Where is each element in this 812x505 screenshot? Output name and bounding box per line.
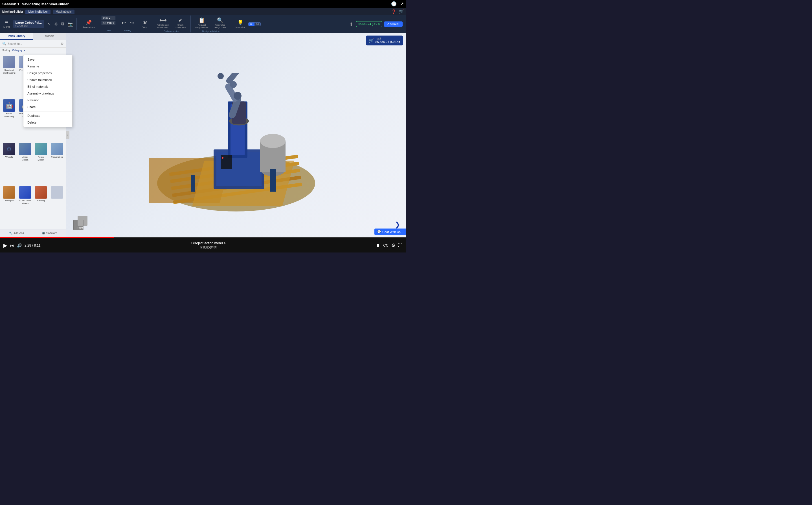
search-icon: 🔍 <box>2 42 6 46</box>
toolbar-section-units: mm ▾ 45 mm ▾ Units <box>99 15 117 32</box>
list-item[interactable]: RotaryMotion <box>34 142 48 184</box>
volume-button[interactable]: 🔊 <box>17 243 22 248</box>
video-controls-row: ▶ ⏭ 🔊 2:28 / 8:11 • Project action menu … <box>0 238 406 252</box>
svg-point-21 <box>230 81 237 88</box>
video-time: 2:28 / 8:11 <box>24 243 41 247</box>
check-connections-button[interactable]: ✔ Checkconnections <box>172 17 188 29</box>
part-icon-robot-mounting: 🤖 <box>3 99 15 112</box>
sidebar-search-bar: 🔍 ⚙ <box>0 40 66 48</box>
toolbar-right-section: ⬆ $5,686.24 (USD) ↗ SHARE <box>348 21 405 28</box>
share-icon-btn: ↗ <box>387 23 389 26</box>
menu-item-share[interactable]: Share <box>23 104 72 110</box>
app-topbar-right: ❓ 🛒 <box>391 9 404 14</box>
svg-point-22 <box>217 73 224 79</box>
captions-btn[interactable]: CC <box>383 243 388 247</box>
filter-icon[interactable]: ⚙ <box>61 42 64 46</box>
share-icon[interactable]: ↗ <box>400 1 404 6</box>
list-item[interactable]: 🤖 RobotMounting <box>2 98 17 141</box>
video-top-icons: 🕐 ↗ <box>391 1 404 6</box>
cart-total-button[interactable]: $5,686.24 (USD) <box>356 21 382 27</box>
fullscreen-btn[interactable]: ⛶ <box>398 243 402 248</box>
cart-icon-viewport: 🛒 <box>368 38 374 43</box>
menu-item-save[interactable]: Save <box>23 56 72 63</box>
menu-item-delete[interactable]: Delete <box>23 119 72 126</box>
list-item[interactable]: Structuraland Framing <box>2 55 17 97</box>
list-item[interactable]: Conveyors <box>2 185 17 227</box>
part-icon-control <box>19 186 31 199</box>
export-icon[interactable]: ⬆ <box>348 21 354 28</box>
app-topbar: MachineBuilder MachineBuilder MachinLogi… <box>0 8 406 15</box>
view-button[interactable]: 👁 View <box>140 19 150 29</box>
help-icon[interactable]: ❓ <box>391 9 396 14</box>
part-icon-wheels: ⚙ <box>3 143 15 155</box>
instructor-toggle[interactable]: On Off <box>248 22 261 26</box>
menu-item-update-thumbnail[interactable]: Update thumbnail <box>23 76 72 83</box>
sidebar-tabs: Parts Library Models <box>0 33 66 40</box>
annotations-button[interactable]: 📌 Annotations <box>80 19 97 29</box>
pause-btn[interactable]: ⏸ <box>376 243 380 248</box>
list-item[interactable]: ⚙ Wheels <box>2 142 17 184</box>
design-review-button[interactable]: 📋 Requestdesign review <box>193 17 210 29</box>
settings-btn[interactable]: ⚙ <box>391 242 395 248</box>
menu-item-revision[interactable]: Revision <box>23 97 72 104</box>
search-input[interactable] <box>8 42 59 45</box>
menu-item-assembly-drawings[interactable]: Assembly drawings <box>23 90 72 97</box>
menu-item-rename[interactable]: Rename <box>23 63 72 70</box>
menu-button[interactable]: ☰ Menu <box>1 19 12 29</box>
list-item[interactable]: Cabling <box>34 185 48 227</box>
video-progress-bar[interactable] <box>0 237 406 238</box>
scene-svg <box>149 73 324 220</box>
svg-point-14 <box>260 134 286 148</box>
tab-machinelogic[interactable]: MachinLogic <box>53 10 74 14</box>
automated-check-button[interactable]: 🔍 Automateddesign check <box>212 17 228 29</box>
tab-models[interactable]: Models <box>33 33 66 40</box>
clock-icon[interactable]: 🕐 <box>391 1 397 6</box>
share-button[interactable]: ↗ SHARE <box>384 21 402 27</box>
units-bottom-dropdown[interactable]: 45 mm ▾ <box>102 21 115 25</box>
cart-icon-top[interactable]: 🛒 <box>399 9 404 14</box>
undo-button[interactable]: ↩ <box>120 19 127 27</box>
sortby-chevron[interactable]: ▾ <box>24 49 25 52</box>
cursor-icon[interactable]: ↖ <box>46 21 52 28</box>
camera-icon[interactable]: 📷 <box>66 21 75 28</box>
menu-item-duplicate[interactable]: Duplicate <box>23 112 72 119</box>
part-icon-pneumatics <box>51 143 63 155</box>
main-content: Parts Library Models 🔍 ⚙ Sort by: Catego… <box>0 33 406 237</box>
context-menu: Save Rename Design properties Update thu… <box>23 55 72 127</box>
scroll-indicator[interactable]: ❯ <box>395 221 400 228</box>
design-review-icon: 📋 <box>199 17 205 23</box>
list-item[interactable]: ... <box>50 185 64 227</box>
video-title: Session 1: Navigating MachineBuilder <box>2 2 69 6</box>
tab-machinebuilder[interactable]: MachineBuilder <box>25 10 50 14</box>
addons-tab[interactable]: 🔧 Add-ons <box>0 229 33 237</box>
software-tab[interactable]: 💻 Software <box>33 229 66 237</box>
chat-button[interactable]: 💬 Chat With Us... <box>374 228 406 235</box>
menu-item-design-properties[interactable]: Design properties <box>23 70 72 76</box>
svg-point-20 <box>233 92 241 100</box>
app-logo: MachineBuilder <box>2 10 23 13</box>
video-progress-fill <box>0 237 114 238</box>
toolbar-section-annotations: 📌 Annotations <box>78 15 99 32</box>
tab-parts-library[interactable]: Parts Library <box>0 33 33 40</box>
svg-rect-27 <box>191 175 195 192</box>
redo-button[interactable]: ↪ <box>128 19 135 27</box>
menu-item-bill-of-materials[interactable]: Bill of materials <box>23 83 72 90</box>
point-to-point-button[interactable]: ⟷ Point to pointconnections <box>155 17 172 29</box>
viewport[interactable]: 🛒 Total $5,686.24 (USD)▾ <box>66 33 406 237</box>
list-item[interactable]: Control andMotors <box>18 185 33 227</box>
project-button[interactable]: Large Cobot Pal... PZ-CB-1SI <box>13 20 44 28</box>
video-title-bar: Session 1: Navigating MachineBuilder 🕐 ↗ <box>0 0 406 8</box>
navigation-cube[interactable]: Right <box>72 214 89 231</box>
units-top-dropdown[interactable]: mm ▾ <box>102 16 115 20</box>
list-item[interactable]: Pneumatics <box>50 142 64 184</box>
cart-indicator[interactable]: 🛒 Total $5,686.24 (USD)▾ <box>366 35 403 45</box>
play-button[interactable]: ▶ <box>3 242 7 248</box>
duplicate-icon[interactable]: ⧉ <box>60 21 66 28</box>
svg-text:Right: Right <box>77 226 83 229</box>
sidebar-collapse-button[interactable]: ‹ <box>66 131 69 139</box>
separator-1 <box>76 18 77 30</box>
list-item[interactable]: LinearMotion <box>18 142 33 184</box>
instructor-button[interactable]: 💡 Instructor <box>233 19 247 29</box>
next-button[interactable]: ⏭ <box>10 243 14 248</box>
move-icon[interactable]: ✥ <box>53 21 59 28</box>
